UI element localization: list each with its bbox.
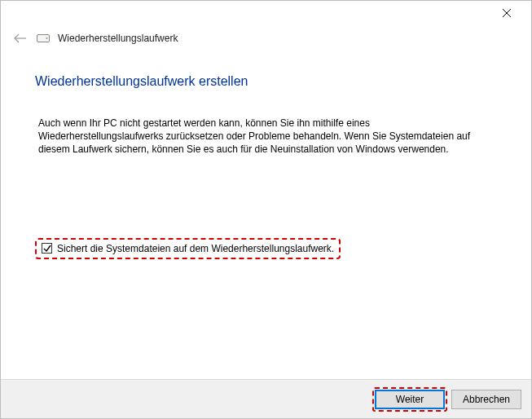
back-arrow-icon — [14, 33, 27, 43]
footer: Weiter Abbrechen — [1, 379, 531, 418]
content-area: Wiederherstellungslaufwerk erstellen Auc… — [1, 46, 531, 379]
header: Wiederherstellungslaufwerk — [1, 25, 531, 46]
svg-point-4 — [46, 37, 48, 39]
backup-system-files-checkbox[interactable] — [42, 243, 52, 254]
window-title: Wiederherstellungslaufwerk — [58, 33, 178, 44]
next-button-label: Weiter — [396, 394, 424, 405]
cancel-button[interactable]: Abbrechen — [451, 390, 521, 409]
wizard-window: Wiederherstellungslaufwerk Wiederherstel… — [0, 0, 532, 419]
titlebar — [1, 1, 531, 25]
page-description: Auch wenn Ihr PC nicht gestartet werden … — [35, 117, 497, 157]
drive-icon — [37, 33, 50, 43]
checkbox-highlight: Sichert die Systemdateien auf dem Wieder… — [35, 238, 341, 259]
page-heading: Wiederherstellungslaufwerk erstellen — [35, 74, 497, 89]
checkbox-label: Sichert die Systemdateien auf dem Wieder… — [57, 243, 334, 254]
back-button[interactable] — [12, 30, 29, 46]
checkmark-icon — [43, 245, 51, 253]
cancel-button-label: Abbrechen — [463, 394, 510, 405]
close-icon — [503, 9, 511, 17]
close-button[interactable] — [490, 2, 523, 24]
next-button[interactable]: Weiter — [375, 390, 445, 409]
